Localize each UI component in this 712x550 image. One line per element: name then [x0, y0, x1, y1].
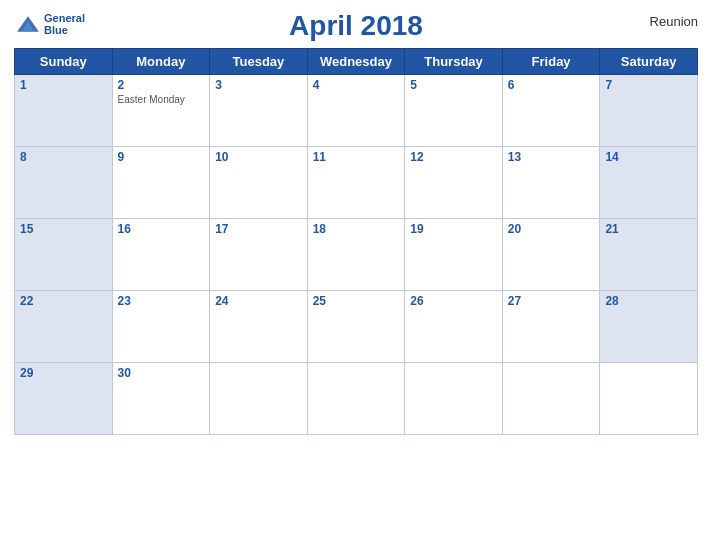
week-row-2: 891011121314: [15, 147, 698, 219]
calendar-day-cell: 30: [112, 363, 210, 435]
calendar-day-cell: 5: [405, 75, 503, 147]
calendar-day-cell: 26: [405, 291, 503, 363]
calendar-day-cell: 20: [502, 219, 600, 291]
calendar-day-cell: 4: [307, 75, 405, 147]
day-number: 4: [313, 78, 400, 92]
day-number: 10: [215, 150, 302, 164]
day-number: 25: [313, 294, 400, 308]
day-number: 19: [410, 222, 497, 236]
calendar-day-cell: 28: [600, 291, 698, 363]
header-monday: Monday: [112, 49, 210, 75]
day-number: 6: [508, 78, 595, 92]
day-number: 16: [118, 222, 205, 236]
day-number: 26: [410, 294, 497, 308]
day-number: 12: [410, 150, 497, 164]
calendar-body: 12Easter Monday3456789101112131415161718…: [15, 75, 698, 435]
day-number: 2: [118, 78, 205, 92]
header-wednesday: Wednesday: [307, 49, 405, 75]
day-number: 29: [20, 366, 107, 380]
calendar-day-cell: 18: [307, 219, 405, 291]
calendar-day-cell: [600, 363, 698, 435]
day-number: 20: [508, 222, 595, 236]
calendar-day-cell: 10: [210, 147, 308, 219]
header-thursday: Thursday: [405, 49, 503, 75]
calendar-day-cell: 11: [307, 147, 405, 219]
day-number: 8: [20, 150, 107, 164]
calendar-day-cell: 15: [15, 219, 113, 291]
region-label: Reunion: [650, 14, 698, 29]
header-saturday: Saturday: [600, 49, 698, 75]
calendar-day-cell: 23: [112, 291, 210, 363]
day-number: 23: [118, 294, 205, 308]
calendar-day-cell: 3: [210, 75, 308, 147]
logo: General Blue: [14, 10, 85, 38]
calendar-day-cell: 27: [502, 291, 600, 363]
calendar-day-cell: 13: [502, 147, 600, 219]
week-row-1: 12Easter Monday34567: [15, 75, 698, 147]
calendar-day-cell: 24: [210, 291, 308, 363]
calendar-day-cell: 12: [405, 147, 503, 219]
calendar-table: Sunday Monday Tuesday Wednesday Thursday…: [14, 48, 698, 435]
calendar-day-cell: 16: [112, 219, 210, 291]
calendar-day-cell: [307, 363, 405, 435]
calendar-day-cell: 29: [15, 363, 113, 435]
calendar-title: April 2018: [289, 10, 423, 42]
calendar-header: General Blue April 2018 Reunion: [14, 10, 698, 42]
day-number: 24: [215, 294, 302, 308]
weekday-header-row: Sunday Monday Tuesday Wednesday Thursday…: [15, 49, 698, 75]
calendar-day-cell: 14: [600, 147, 698, 219]
calendar-day-cell: 25: [307, 291, 405, 363]
day-number: 14: [605, 150, 692, 164]
holiday-label: Easter Monday: [118, 94, 205, 105]
calendar-day-cell: 19: [405, 219, 503, 291]
day-number: 5: [410, 78, 497, 92]
day-number: 9: [118, 150, 205, 164]
calendar-day-cell: 6: [502, 75, 600, 147]
day-number: 21: [605, 222, 692, 236]
day-number: 27: [508, 294, 595, 308]
calendar-day-cell: 9: [112, 147, 210, 219]
calendar-day-cell: 17: [210, 219, 308, 291]
day-number: 3: [215, 78, 302, 92]
calendar-day-cell: 22: [15, 291, 113, 363]
day-number: 22: [20, 294, 107, 308]
day-number: 7: [605, 78, 692, 92]
calendar-wrapper: General Blue April 2018 Reunion Sunday M…: [0, 0, 712, 550]
day-number: 28: [605, 294, 692, 308]
calendar-day-cell: [502, 363, 600, 435]
week-row-4: 22232425262728: [15, 291, 698, 363]
day-number: 30: [118, 366, 205, 380]
week-row-3: 15161718192021: [15, 219, 698, 291]
generalblue-logo-icon: [14, 10, 42, 38]
logo-text: General Blue: [44, 12, 85, 36]
calendar-day-cell: 1: [15, 75, 113, 147]
header-sunday: Sunday: [15, 49, 113, 75]
calendar-day-cell: [210, 363, 308, 435]
day-number: 17: [215, 222, 302, 236]
calendar-day-cell: 2Easter Monday: [112, 75, 210, 147]
calendar-day-cell: 8: [15, 147, 113, 219]
calendar-day-cell: [405, 363, 503, 435]
header-tuesday: Tuesday: [210, 49, 308, 75]
day-number: 11: [313, 150, 400, 164]
day-number: 15: [20, 222, 107, 236]
day-number: 18: [313, 222, 400, 236]
header-friday: Friday: [502, 49, 600, 75]
day-number: 13: [508, 150, 595, 164]
day-number: 1: [20, 78, 107, 92]
calendar-day-cell: 21: [600, 219, 698, 291]
calendar-day-cell: 7: [600, 75, 698, 147]
week-row-5: 2930: [15, 363, 698, 435]
